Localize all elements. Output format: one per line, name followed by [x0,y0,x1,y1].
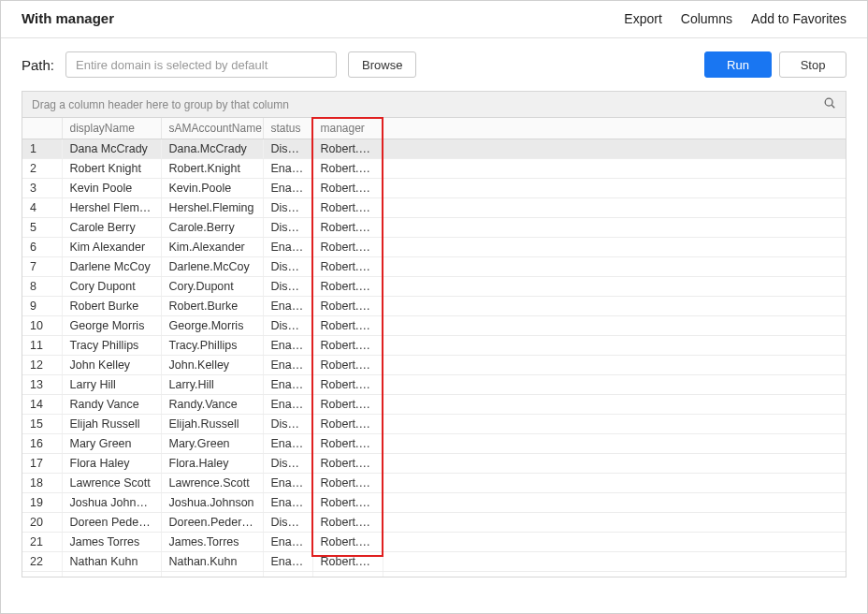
table-row[interactable]: 15Elijah RussellElijah.RussellDisabledRo… [22,415,846,434]
cell-status: Enabled [263,395,312,415]
col-header-displayname[interactable]: displayName [62,118,161,139]
cell-displayname: Hershel Fleming [62,198,161,218]
cell-samaccountname: Robert.Knight [161,159,263,179]
cell-blank [383,552,846,572]
data-grid: displayName sAMAccountName status manage… [22,118,846,577]
path-label: Path: [22,57,54,73]
table-row[interactable]: 22Nathan KuhnNathan.KuhnEnabledRobert.Al… [22,552,846,572]
table-row[interactable]: 3Kevin PooleKevin.PooleEnabledRobert.All… [22,179,846,198]
cell-index: 4 [22,198,62,218]
path-input[interactable] [65,51,337,78]
table-row[interactable]: 17Flora HaleyFlora.HaleyDisabledRobert.A… [22,454,846,474]
cell-samaccountname: Flora.Haley [161,454,263,474]
cell-index: 7 [22,257,62,277]
cell-status: Disabled [263,513,312,533]
table-row[interactable]: 6Kim AlexanderKim.AlexanderEnabledRobert… [22,238,846,257]
browse-button[interactable]: Browse [348,51,416,78]
col-header-status[interactable]: status [263,118,312,139]
group-by-bar[interactable]: Drag a column header here to group by th… [22,92,846,118]
cell-samaccountname: Kevin.Poole [161,179,263,198]
cell-displayname: Nathan Kuhn [62,552,161,572]
cell-displayname: Robert Knight [62,159,161,179]
cell-manager: Robert.Allen [312,316,383,336]
table-row[interactable]: 2Robert KnightRobert.KnightEnabledRobert… [22,159,846,179]
cell-index: 13 [22,375,62,395]
cell-index: 16 [22,434,62,454]
table-row[interactable]: 8Cory DupontCory.DupontDisabledRobert.Al… [22,277,846,297]
cell-samaccountname: Nathan.Kuhn [161,552,263,572]
cell-displayname: Kevin Poole [62,179,161,198]
table-row[interactable]: 20Doreen PedersenDoreen.PedersenDisabled… [22,513,846,533]
cell-status: Disabled [263,218,312,238]
cell-manager: Robert.Allen [312,454,383,474]
table-row[interactable]: 1Dana McCradyDana.McCradyDisabledRobert.… [22,139,846,159]
cell-status: Disabled [263,316,312,336]
table-row[interactable]: 21James TorresJames.TorresEnabledRobert.… [22,533,846,552]
cell-manager: Robert.Allen [312,552,383,572]
col-header-samaccountname[interactable]: sAMAccountName [161,118,263,139]
cell-status: Enabled [263,179,312,198]
cell-index: 5 [22,218,62,238]
cell-status: Enabled [263,533,312,552]
cell-blank [383,434,846,454]
export-link[interactable]: Export [624,11,661,26]
cell-manager: Robert.Allen [312,474,383,493]
header-row: displayName sAMAccountName status manage… [22,118,846,139]
table-row[interactable]: 5Carole BerryCarole.BerryDisabledRobert.… [22,218,846,238]
table-row[interactable]: 19Joshua JohnsonJoshua.JohnsonEnabledRob… [22,493,846,513]
cell-samaccountname: John.Kelley [161,356,263,375]
cell-blank [383,513,846,533]
table-row[interactable]: 18Lawrence ScottLawrence.ScottEnabledRob… [22,474,846,493]
columns-link[interactable]: Columns [681,11,732,26]
add-favorites-link[interactable]: Add to Favorites [751,11,846,26]
table-row[interactable]: 14Randy VanceRandy.VanceEnabledRobert.Al… [22,395,846,415]
table-row[interactable]: 12John KelleyJohn.KelleyEnabledRobert.Al… [22,356,846,375]
cell-index: 15 [22,415,62,434]
cell-samaccountname: Cory.Dupont [161,277,263,297]
cell-blank [383,415,846,434]
run-button[interactable]: Run [704,51,772,78]
cell-status: Enabled [263,159,312,179]
table-row[interactable]: 16Mary GreenMary.GreenEnabledRobert.Alle… [22,434,846,454]
cell-samaccountname: Lawrence.Scott [161,474,263,493]
cell-manager: Robert.Allen [312,356,383,375]
svg-point-0 [825,98,832,106]
search-icon[interactable] [823,96,836,112]
grid-scroll[interactable]: displayName sAMAccountName status manage… [22,118,846,577]
table-row[interactable]: 23Eugene TurnerEugene.TurnerDisabledRobe… [22,572,846,577]
cell-blank [383,198,846,218]
stop-button[interactable]: Stop [779,51,846,78]
table-row[interactable]: 7Darlene McCoyDarlene.McCoyDisabledRober… [22,257,846,277]
table-row[interactable]: 10George MorrisGeorge.MorrisDisabledRobe… [22,316,846,336]
col-header-index[interactable] [22,118,62,139]
cell-displayname: Robert Burke [62,297,161,316]
table-row[interactable]: 11Tracy PhillipsTracy.PhillipsEnabledRob… [22,336,846,356]
cell-manager: Robert.Allen [312,336,383,356]
cell-index: 3 [22,179,62,198]
cell-samaccountname: Kim.Alexander [161,238,263,257]
cell-status: Enabled [263,434,312,454]
cell-manager: Robert.Allen [312,238,383,257]
cell-displayname: Larry Hill [62,375,161,395]
cell-blank [383,493,846,513]
cell-blank [383,356,846,375]
cell-manager: Robert.Allen [312,277,383,297]
table-row[interactable]: 13Larry HillLarry.HillEnabledRobert.Alle… [22,375,846,395]
cell-manager: Robert.Allen [312,159,383,179]
cell-index: 14 [22,395,62,415]
cell-displayname: Dana McCrady [62,139,161,159]
cell-blank [383,257,846,277]
cell-displayname: John Kelley [62,356,161,375]
cell-status: Enabled [263,336,312,356]
cell-samaccountname: Larry.Hill [161,375,263,395]
app-window: With manager Export Columns Add to Favor… [0,0,868,614]
cell-displayname: George Morris [62,316,161,336]
table-row[interactable]: 4Hershel FlemingHershel.FlemingDisabledR… [22,198,846,218]
cell-samaccountname: Randy.Vance [161,395,263,415]
cell-status: Disabled [263,454,312,474]
cell-displayname: Doreen Pedersen [62,513,161,533]
cell-displayname: Mary Green [62,434,161,454]
table-row[interactable]: 9Robert BurkeRobert.BurkeEnabledRobert.A… [22,297,846,316]
cell-index: 6 [22,238,62,257]
col-header-manager[interactable]: manager [312,118,383,139]
